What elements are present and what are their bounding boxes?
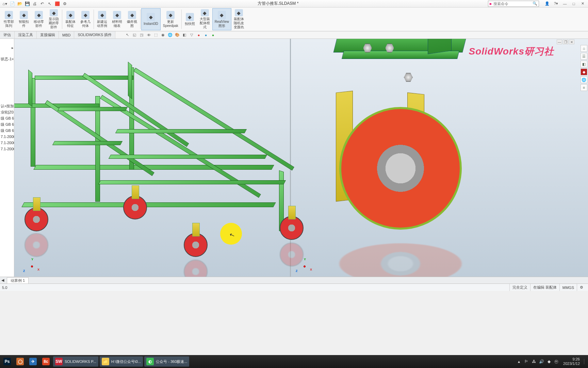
tab-渲染工具[interactable]: 渲染工具 [15,31,37,39]
rebuild-icon[interactable]: 🟥 [54,1,61,7]
tree-item[interactable]: 7.1-2000 [0,146,14,152]
tree-item[interactable]: 认<按加口 [0,103,14,109]
render2-icon[interactable]: ● [203,32,209,38]
print-icon[interactable]: 🖨 [31,1,38,7]
ribbon-材料明细表[interactable]: ◆材料明细表 [110,8,125,30]
undo-icon[interactable]: ↶ [39,1,46,7]
wheel-closeup [339,107,462,230]
tray-flag-icon[interactable]: 🏳 [524,359,529,364]
tab-MBD[interactable]: MBD [59,31,74,39]
tray-app-icon[interactable]: ◆ [546,359,552,364]
tree-config[interactable]: 状态-1>) [0,56,14,62]
ribbon-Instant3D[interactable]: ◆Instant3D [141,8,161,30]
taskbar-◯[interactable]: ◯ [14,356,26,367]
ribbon-拍快照[interactable]: ◆拍快照 [182,8,197,30]
command-search[interactable]: ▶ 🔍 [488,1,539,7]
search-run-icon: ▶ [490,2,492,5]
tab-SOLIDWORKS 插件[interactable]: SOLIDWORKS 插件 [74,31,115,39]
render-icon[interactable]: ● [196,32,202,38]
tray-clock[interactable]: 9:26 2023/1/12 [563,357,580,366]
ribbon-性零部阵列[interactable]: ◆性零部阵列 [1,8,16,30]
render3-icon[interactable]: ● [210,32,216,38]
taskbar-✈[interactable]: ✈ [27,356,39,367]
tray-ime-icon[interactable]: ㊥ [554,359,559,364]
select-icon[interactable]: ↖ [46,1,53,7]
tray-vol-icon[interactable]: 🔊 [539,359,544,364]
ribbon-RealView图形[interactable]: ◆RealView图形 [212,8,231,30]
ribbon-爆炸视图[interactable]: ◆爆炸视图 [125,8,140,30]
tray-net-icon[interactable]: 🖧 [531,359,537,364]
ribbon-参考几何体[interactable]: ◆参考几何体 [78,8,93,30]
taskbar-公众号 - 360极速...[interactable]: ◐公众号 - 360极速... [144,356,189,367]
ribbon-装配体特征[interactable]: ◆装配体特征 [63,8,78,30]
help-icon[interactable]: ?▾ [552,1,560,6]
motion-study-tab[interactable]: 动算例 1 [7,277,29,283]
new-icon[interactable]: 📄 [9,1,16,7]
tree-item[interactable]: 7.1-2000 [0,134,14,140]
select-tool-icon[interactable]: ↖ [124,32,130,38]
filter-icon[interactable]: ▽ [189,32,195,38]
status-gear-icon[interactable]: ⚙ [577,284,586,291]
tab-直接编辑[interactable]: 直接编辑 [37,31,59,39]
tree-item[interactable]: 级 GB 61 [0,121,14,127]
ribbon-显示隐藏的零部件[interactable]: ◆显示隐藏的零部件 [46,8,61,30]
app-menu-icon[interactable]: ⌂▾ [1,1,8,7]
status-mode: 在编辑 装配体 [530,284,559,291]
tree-item[interactable]: 业轮[Z01- [0,109,14,115]
tree-item[interactable]: 级 GB 61 [0,127,14,134]
view-icon[interactable]: 👁 [146,32,152,38]
status-left: 5.0 [2,286,7,290]
right-scene: Y Z X [292,39,588,277]
cube-icon[interactable]: ◱ [131,32,137,38]
tree-item[interactable]: 级 GB 61 [0,115,14,121]
ribbon-更新Speedpak[interactable]: ◆更新Speedpak [161,8,181,30]
taskbar-H:\微信公众号\0...[interactable]: 📁H:\微信公众号\0... [100,356,143,367]
tray-up-icon[interactable]: ▴ [516,359,522,364]
ribbon-移动零部件[interactable]: ◆移动零部件 [31,8,46,30]
graphics-viewport[interactable]: — ❐ ✕ SolidWorks研习社 ⌂ ☰ ◧ ◆ 🌐 ≡ [14,39,588,277]
document-title: 方管小推车.SLDASM * [68,1,488,6]
search-icon: 🔍 [533,1,537,6]
viewport-divider[interactable] [290,39,291,277]
feature-tree[interactable]: ▸ 状态-1>) 认<按加口业轮[Z01-级 GB 61级 GB 61级 GB … [0,39,14,277]
status-defined: 完全定义 [509,284,530,291]
ribbon-智能扣件[interactable]: ◆智能扣件 [16,8,31,30]
cube2-icon[interactable]: ◳ [138,32,145,38]
ribbon-装配体随机改变颜色[interactable]: ◆装配体随机改变颜色 [231,8,246,30]
model-tab-scroll-left-icon[interactable]: ◀ [1,278,4,282]
orient-icon[interactable]: ⬚ [153,32,159,38]
tree-item[interactable]: 7.1-2000 [0,140,14,146]
taskbar-8c[interactable]: 8c [40,356,52,367]
status-units[interactable]: MMGS [559,284,577,291]
texture-icon[interactable]: ◧ [181,32,187,38]
display-icon[interactable]: ◉ [160,32,166,38]
open-icon[interactable]: 📂 [16,1,23,7]
user-icon[interactable]: 👤 [543,1,551,6]
tab-评估[interactable]: 评估 [0,31,15,39]
taskbar-SOLIDWORKS P...[interactable]: SWSOLIDWORKS P... [53,356,98,367]
minimize-button[interactable]: — [561,1,569,6]
tree-collapse-icon[interactable]: ▸ [12,46,14,50]
show-desktop-button[interactable] [584,359,587,364]
save-icon[interactable]: 💾 [24,1,31,7]
ribbon-新建运动算例[interactable]: ◆新建运动算例 [95,8,110,30]
scene-icon[interactable]: 🌐 [167,32,173,38]
close-button[interactable]: ✕ [578,1,587,6]
left-scene: Y Z X ↖ [14,39,287,277]
appearance-icon[interactable]: 🎨 [174,32,180,38]
ribbon-大型装配体模式[interactable]: ◆大型装配体模式 [197,8,212,30]
taskbar-Ps[interactable]: Ps [1,356,13,367]
maximize-button[interactable]: □ [570,1,578,6]
options-icon[interactable]: ⚙ [61,1,68,7]
command-search-input[interactable] [493,2,533,6]
